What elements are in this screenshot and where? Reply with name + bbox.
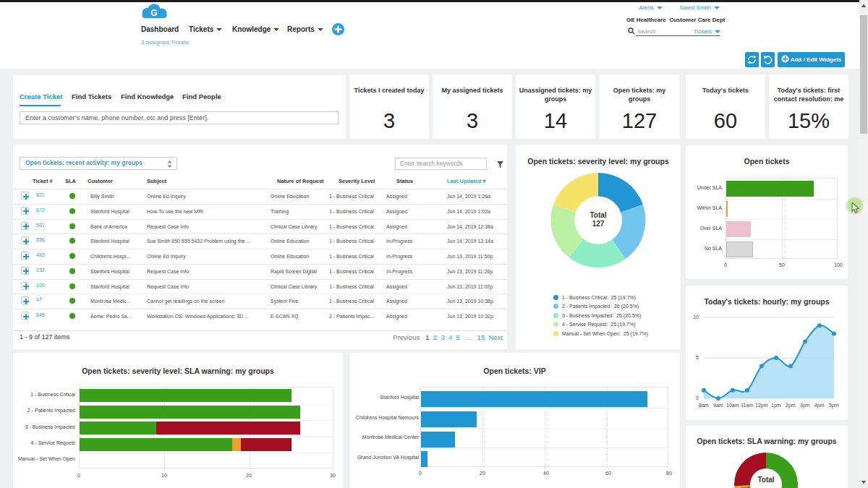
svg-text:G: G: [150, 8, 157, 18]
svg-text:Total: Total: [757, 476, 774, 484]
